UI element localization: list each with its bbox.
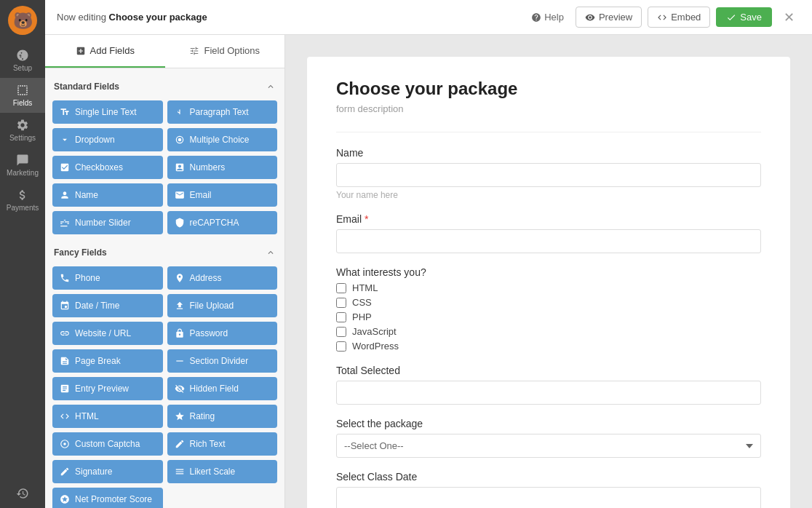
field-label-recaptcha: reCAPTCHA xyxy=(190,218,239,228)
fields-panel: Standard Fields Single Line Text Paragra… xyxy=(45,68,284,508)
form-input-class-date[interactable] xyxy=(336,487,761,508)
field-btn-password[interactable]: Password xyxy=(167,322,278,345)
field-btn-hidden-field[interactable]: Hidden Field xyxy=(167,377,278,400)
form-input-name[interactable] xyxy=(336,163,761,187)
field-btn-entry-preview[interactable]: Entry Preview xyxy=(52,377,163,400)
form-divider xyxy=(336,132,761,132)
field-label-single-line-text: Single Line Text xyxy=(75,107,137,117)
field-btn-numbers[interactable]: Numbers xyxy=(167,156,278,179)
topbar: Now editing Choose your package Help Pre… xyxy=(45,0,812,35)
standard-fields-section: Standard Fields Single Line Text Paragra… xyxy=(52,77,277,234)
field-btn-single-line-text[interactable]: Single Line Text xyxy=(52,100,163,124)
field-label-address: Address xyxy=(190,273,222,283)
checkbox-input-php[interactable] xyxy=(336,312,346,322)
checkbox-input-html[interactable] xyxy=(336,283,346,293)
field-label-password: Password xyxy=(190,328,228,338)
field-btn-likert-scale[interactable]: Likert Scale xyxy=(167,460,278,483)
tab-field-options-label: Field Options xyxy=(204,45,260,56)
sidebar-item-settings[interactable]: Settings xyxy=(0,113,45,148)
form-field-email: Email * xyxy=(336,213,761,253)
topbar-title: Now editing Choose your package xyxy=(57,12,525,23)
field-btn-date-time[interactable]: Date / Time xyxy=(52,294,163,317)
field-label-file-upload: File Upload xyxy=(190,301,234,311)
field-btn-email[interactable]: Email xyxy=(167,183,278,207)
save-button[interactable]: Save xyxy=(716,7,772,27)
form-description: form description xyxy=(336,103,761,114)
interests-checkbox-group: HTML CSS PHP JavaScript xyxy=(336,282,761,352)
embed-button[interactable]: Embed xyxy=(648,7,710,28)
field-label-rich-text: Rich Text xyxy=(190,439,226,449)
checkbox-label-html: HTML xyxy=(352,282,378,293)
field-label-checkboxes: Checkboxes xyxy=(75,162,123,172)
checkbox-wordpress[interactable]: WordPress xyxy=(336,341,761,352)
checkbox-input-css[interactable] xyxy=(336,298,346,308)
main-container: Now editing Choose your package Help Pre… xyxy=(45,0,812,508)
field-btn-custom-captcha[interactable]: Custom Captcha xyxy=(52,432,163,456)
form-label-interests: What interests you? xyxy=(336,266,761,278)
form-card: Choose your package form description Nam… xyxy=(307,57,790,508)
checkbox-php[interactable]: PHP xyxy=(336,311,761,322)
field-btn-file-upload[interactable]: File Upload xyxy=(167,294,278,317)
field-btn-rating[interactable]: Rating xyxy=(167,405,278,428)
field-label-phone: Phone xyxy=(75,273,100,283)
tab-add-fields[interactable]: Add Fields xyxy=(45,35,165,68)
checkbox-input-wordpress[interactable] xyxy=(336,341,346,352)
checkbox-css[interactable]: CSS xyxy=(336,297,761,308)
sidebar-item-marketing-label: Marketing xyxy=(7,169,39,177)
sidebar-item-marketing[interactable]: Marketing xyxy=(0,148,45,183)
save-label: Save xyxy=(740,12,762,23)
fancy-fields-section: Fancy Fields Phone Address xyxy=(52,243,277,508)
left-panel: Add Fields Field Options Standard Fields xyxy=(45,35,285,508)
field-btn-checkboxes[interactable]: Checkboxes xyxy=(52,156,163,179)
field-btn-multiple-choice[interactable]: Multiple Choice xyxy=(167,128,278,151)
sidebar-item-payments-label: Payments xyxy=(7,204,39,212)
form-input-email[interactable] xyxy=(336,229,761,253)
field-label-custom-captcha: Custom Captcha xyxy=(75,439,140,449)
field-btn-rich-text[interactable]: Rich Text xyxy=(167,432,278,456)
sidebar-item-history[interactable] xyxy=(0,481,45,508)
field-btn-name[interactable]: Name xyxy=(52,183,163,207)
form-field-interests: What interests you? HTML CSS PHP xyxy=(336,266,761,352)
field-label-section-divider: Section Divider xyxy=(190,356,249,366)
field-btn-dropdown[interactable]: Dropdown xyxy=(52,128,163,151)
checkbox-input-javascript[interactable] xyxy=(336,327,346,337)
close-button[interactable]: ✕ xyxy=(778,7,800,28)
field-btn-number-slider[interactable]: Number Slider xyxy=(52,211,163,234)
field-btn-paragraph-text[interactable]: Paragraph Text xyxy=(167,100,278,124)
field-btn-signature[interactable]: Signature xyxy=(52,460,163,483)
field-btn-website-url[interactable]: Website / URL xyxy=(52,322,163,345)
form-label-select-package: Select the package xyxy=(336,418,761,429)
field-btn-net-promoter-score[interactable]: Net Promoter Score xyxy=(52,488,163,508)
sidebar-item-fields[interactable]: Fields xyxy=(0,78,45,113)
svg-point-3 xyxy=(178,138,181,142)
checkbox-javascript[interactable]: JavaScript xyxy=(336,326,761,337)
editing-label: Now editing xyxy=(57,12,106,23)
field-label-date-time: Date / Time xyxy=(75,301,119,311)
form-label-class-date: Select Class Date xyxy=(336,471,761,483)
field-btn-address[interactable]: Address xyxy=(167,266,278,290)
field-label-email: Email xyxy=(190,190,212,200)
standard-fields-header: Standard Fields xyxy=(52,77,277,96)
field-btn-section-divider[interactable]: Section Divider xyxy=(167,349,278,373)
tab-field-options[interactable]: Field Options xyxy=(165,35,285,68)
form-input-total-selected[interactable] xyxy=(336,381,761,405)
embed-label: Embed xyxy=(671,12,701,23)
form-field-name: Name Your name here xyxy=(336,147,761,200)
help-button[interactable]: Help xyxy=(525,7,570,27)
form-preview: Choose your package form description Nam… xyxy=(285,35,812,508)
preview-button[interactable]: Preview xyxy=(576,7,642,28)
sidebar-item-payments[interactable]: Payments xyxy=(0,183,45,218)
field-btn-html[interactable]: HTML xyxy=(52,405,163,428)
form-hint-name: Your name here xyxy=(336,190,761,200)
content-area: Add Fields Field Options Standard Fields xyxy=(45,35,812,508)
checkbox-html[interactable]: HTML xyxy=(336,282,761,293)
field-btn-page-break[interactable]: Page Break xyxy=(52,349,163,373)
form-name: Choose your package xyxy=(109,12,207,23)
sidebar-item-setup-label: Setup xyxy=(13,64,32,72)
form-field-select-package: Select the package --Select One-- xyxy=(336,418,761,458)
field-btn-phone[interactable]: Phone xyxy=(52,266,163,290)
field-btn-recaptcha[interactable]: reCAPTCHA xyxy=(167,211,278,234)
checkbox-label-wordpress: WordPress xyxy=(352,341,399,352)
sidebar-item-setup[interactable]: Setup xyxy=(0,43,45,78)
form-select-package[interactable]: --Select One-- xyxy=(336,434,761,458)
